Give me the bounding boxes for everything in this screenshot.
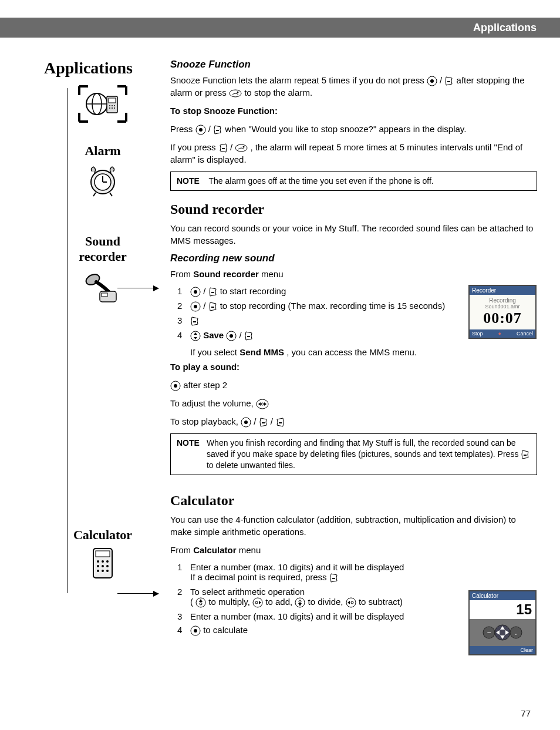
send-mms-note: If you select Send MMS , you can access … xyxy=(190,347,537,357)
svg-rect-4 xyxy=(109,98,116,103)
sound-recorder-intro: You can record sounds or your voice in M… xyxy=(170,222,537,247)
svg-point-80 xyxy=(194,629,197,633)
svg-text:.: . xyxy=(515,628,517,637)
svg-marker-72 xyxy=(259,601,261,604)
soft-key-icon xyxy=(521,449,530,460)
svg-marker-68 xyxy=(199,599,203,602)
soft-key-icon xyxy=(208,287,218,297)
arrow-icon xyxy=(117,593,158,594)
nav-up-icon xyxy=(195,597,206,608)
soft-key-icon xyxy=(244,331,254,341)
nav-updown-icon xyxy=(190,331,201,341)
sound-recorder-note: NOTE When you finish recording and findi… xyxy=(170,433,537,475)
clear-softkey: Clear xyxy=(520,647,533,653)
svg-point-35 xyxy=(237,92,239,93)
cancel-softkey: Cancel xyxy=(517,331,533,337)
end-key-icon xyxy=(235,143,248,153)
soft-key-left-icon xyxy=(218,143,228,153)
svg-point-74 xyxy=(299,600,301,603)
soft-key-left-icon xyxy=(275,417,285,428)
svg-rect-48 xyxy=(193,321,196,322)
adjust-volume: To adjust the volume, xyxy=(170,397,537,409)
svg-rect-66 xyxy=(332,578,335,579)
nav-left-icon xyxy=(346,597,356,608)
svg-point-60 xyxy=(261,403,264,405)
header-title: Applications xyxy=(473,22,537,34)
sidebar-item-alarm: Alarm xyxy=(44,143,161,199)
nav-down-icon xyxy=(295,597,305,608)
calc-nav-icon: − . xyxy=(482,623,523,642)
recording-time: 00:07 xyxy=(472,310,533,327)
snooze-description: Snooze Function lets the alarm repeat 5 … xyxy=(170,74,537,99)
play-sound-heading: To play a sound: xyxy=(170,361,537,373)
page-number: 77 xyxy=(521,708,531,718)
sound-recorder-heading: Sound recorder xyxy=(170,201,537,217)
calculator-intro: You can use the 4-function calculator (a… xyxy=(170,513,537,538)
soft-key-icon xyxy=(444,76,454,86)
svg-point-28 xyxy=(97,570,99,572)
sidebar-title: Applications xyxy=(44,59,161,78)
svg-rect-19 xyxy=(102,293,107,297)
svg-point-25 xyxy=(97,565,99,567)
note-label: NOTE xyxy=(177,438,200,471)
applications-icon xyxy=(76,83,129,125)
main-content: Snooze Function Snooze Function lets the… xyxy=(170,59,537,642)
soft-key-icon xyxy=(208,301,218,312)
sidebar-item-calculator: Calculator xyxy=(44,527,161,580)
soft-key-icon xyxy=(329,573,339,583)
stop-playback: To stop playback, / / xyxy=(170,415,537,428)
stop-snooze-heading: To stop Snooze Function: xyxy=(170,105,537,117)
recording-status: Recording xyxy=(472,297,533,304)
svg-point-71 xyxy=(255,601,258,604)
from-calculator-menu: From Calculator menu xyxy=(170,544,537,556)
svg-rect-38 xyxy=(216,130,219,131)
center-key-icon xyxy=(190,625,201,636)
center-key-icon xyxy=(195,125,206,135)
svg-line-15 xyxy=(93,193,96,196)
calc-display-value: 15 xyxy=(470,600,535,619)
snooze-note: NOTE The alarm goes off at the time you … xyxy=(170,171,537,191)
svg-point-62 xyxy=(244,420,248,424)
stop-snooze-ifpress: If you press / , the alarm will repeat 5… xyxy=(170,141,537,166)
svg-marker-59 xyxy=(264,402,266,406)
end-key-icon xyxy=(229,89,242,98)
stop-snooze-press: Press / when "Would you like to stop sno… xyxy=(170,123,537,135)
svg-point-56 xyxy=(174,384,177,388)
svg-point-30 xyxy=(106,570,109,572)
svg-rect-39 xyxy=(222,148,225,149)
svg-point-8 xyxy=(109,107,110,109)
svg-point-9 xyxy=(112,107,113,109)
svg-point-69 xyxy=(200,603,202,605)
svg-point-32 xyxy=(430,79,434,83)
svg-rect-64 xyxy=(279,422,282,423)
svg-rect-44 xyxy=(211,292,214,293)
svg-point-22 xyxy=(97,560,99,563)
calculator-screenshot: Calculator 15 − . Clear xyxy=(468,590,537,655)
tree-line xyxy=(68,88,68,593)
screenshot-title: Recorder xyxy=(470,286,535,295)
sidebar-item-sound-recorder: Sound recorder xyxy=(44,234,161,304)
svg-point-10 xyxy=(114,107,115,109)
page-header: Applications xyxy=(0,18,560,38)
center-key-icon xyxy=(427,76,437,86)
center-key-icon xyxy=(241,417,251,428)
svg-point-7 xyxy=(114,105,115,106)
screenshot-title: Calculator xyxy=(470,591,535,600)
svg-rect-33 xyxy=(447,81,450,82)
nav-right-icon xyxy=(252,597,263,608)
soft-key-icon xyxy=(213,125,222,135)
svg-point-78 xyxy=(351,601,353,604)
recording-filename: Sound001.amr xyxy=(472,304,533,310)
svg-marker-58 xyxy=(258,402,261,406)
center-key-icon xyxy=(170,381,181,391)
center-key-icon xyxy=(226,331,237,341)
svg-point-46 xyxy=(194,305,197,308)
microphone-icon xyxy=(82,269,123,304)
svg-point-29 xyxy=(102,570,104,572)
snooze-heading: Snooze Function xyxy=(170,59,537,70)
svg-rect-47 xyxy=(211,307,214,308)
recording-new-sound-heading: Recording new sound xyxy=(170,253,537,264)
svg-point-43 xyxy=(194,290,197,294)
calculator-heading: Calculator xyxy=(170,493,537,509)
nav-leftright-icon xyxy=(256,399,269,409)
